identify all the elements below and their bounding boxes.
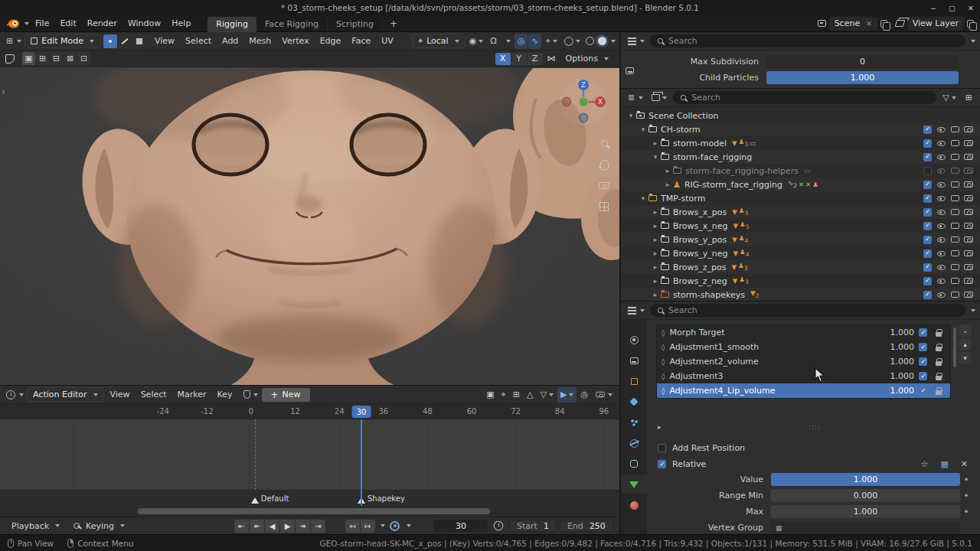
playback-menu[interactable]: Playback [6, 519, 65, 533]
properties-tab-modifiers[interactable] [621, 393, 647, 411]
outliner-row-storm-shapekeys[interactable]: ▸storm-shapekeys▼2 [621, 288, 980, 301]
relative-checkbox[interactable] [658, 460, 666, 468]
outliner-row-storm-face-rigging[interactable]: ▾storm-face_rigging [621, 150, 980, 164]
shape-key-row-adjustment3[interactable]: ◊Adjustment31.000 [657, 369, 950, 383]
scene-field[interactable]: Scene ✕ [829, 17, 877, 31]
disable-viewport-icon[interactable] [948, 249, 962, 258]
hide-eye-icon[interactable] [934, 222, 948, 230]
outliner-row-brows-z-pos[interactable]: ▸Brows_z_pos▼♟3 [621, 260, 980, 274]
snap-settings-dropdown[interactable] [501, 34, 514, 49]
selectability-checkbox[interactable] [920, 126, 934, 134]
pan-hand-icon[interactable] [596, 157, 612, 172]
collapse-icon[interactable] [971, 309, 975, 312]
disable-viewport-icon[interactable] [948, 126, 962, 134]
lock-icon[interactable] [932, 358, 946, 366]
dope-sheet-menu-select[interactable]: Select [136, 388, 172, 401]
jump-to-start-button[interactable]: ⇤ [234, 520, 249, 533]
keying-menu[interactable]: Keying [68, 519, 130, 533]
new-collection-icon[interactable]: ⊞ [962, 90, 975, 106]
animate-dot-icon[interactable]: • [960, 474, 972, 485]
lock-icon[interactable] [932, 373, 946, 380]
mode-selector[interactable]: Edit Mode [24, 34, 100, 48]
value-slider[interactable]: 1.000 [771, 473, 960, 486]
hide-eye-icon[interactable] [934, 263, 948, 272]
only-selected-filter-icon[interactable]: ▣ [483, 387, 497, 403]
disable-render-icon[interactable] [962, 167, 975, 175]
viewport-menu-mesh[interactable]: Mesh [243, 34, 276, 47]
workspace-tab-rigging[interactable]: Rigging [207, 17, 256, 32]
timeline-ruler[interactable]: 30 -24-1201224364860728496 [0, 404, 619, 419]
add-workspace-button[interactable]: + [384, 18, 403, 29]
disclosure-closed-icon[interactable]: ▸ [650, 222, 661, 230]
hide-eye-icon[interactable] [934, 181, 948, 189]
edit-blend-icon[interactable]: ▦ [937, 457, 951, 472]
scrollbar-thumb[interactable] [138, 508, 490, 514]
play-reverse-button[interactable]: ◀ [265, 520, 279, 533]
viewport-menu-face[interactable]: Face [346, 34, 376, 47]
selectability-checkbox[interactable] [920, 208, 934, 217]
timeline-scrollbar[interactable] [0, 506, 619, 517]
auto-keying-icon[interactable] [390, 521, 400, 531]
playhead[interactable] [361, 419, 362, 506]
workspace-tab-scripting[interactable]: Scripting [328, 17, 383, 32]
face-select-icon[interactable] [132, 34, 146, 48]
disclosure-closed-icon[interactable]: ▸ [662, 181, 673, 188]
disclosure-closed-icon[interactable]: ▸ [650, 291, 661, 298]
outliner-row-brows-x-pos[interactable]: ▸Brows_x_pos▼♟3 [621, 205, 980, 219]
properties-search-input[interactable]: Search [650, 304, 965, 317]
dope-sheet-menu-key[interactable]: Key [212, 388, 238, 401]
disable-render-icon[interactable] [962, 263, 975, 272]
hide-eye-icon[interactable] [934, 167, 948, 175]
next-frame-button[interactable]: ↦ [361, 520, 375, 533]
properties-tab-render[interactable] [621, 331, 647, 349]
hide-eye-icon[interactable] [934, 249, 948, 258]
disable-viewport-icon[interactable] [948, 236, 962, 244]
unlink-scene-icon[interactable]: ✕ [866, 20, 872, 28]
hide-eye-icon[interactable] [934, 236, 948, 244]
vertex-group-picker[interactable]: ▦ [771, 521, 960, 534]
dope-sheet-canvas[interactable] [0, 419, 619, 490]
disable-viewport-icon[interactable] [948, 167, 962, 175]
viewport-menu-uv[interactable]: UV [376, 34, 399, 47]
viewport-menu-select[interactable]: Select [180, 34, 217, 47]
pin-icon[interactable]: ☆ [918, 457, 932, 472]
add-rest-position-checkbox[interactable] [658, 444, 666, 452]
multi-edit-icon[interactable]: ⊞ [510, 387, 523, 403]
editor-type-icon[interactable]: ⊞ [4, 36, 24, 46]
lock-icon[interactable] [932, 387, 946, 395]
filter-icon[interactable]: ▽ [939, 90, 959, 106]
properties-tab-output[interactable] [621, 351, 647, 370]
view-overlay-dropdown[interactable] [592, 387, 616, 403]
toolbar-expand-arrow[interactable]: › [2, 86, 5, 97]
hide-eye-icon[interactable] [934, 153, 948, 161]
auto-keying-dropdown-icon[interactable] [407, 524, 411, 527]
disable-render-icon[interactable] [962, 153, 975, 161]
hide-eye-icon[interactable] [934, 291, 948, 299]
zoom-icon[interactable] [596, 135, 612, 151]
workspace-tab-face-rigging[interactable]: Face Rigging [256, 17, 328, 32]
outliner-row-brows-x-neg[interactable]: ▸Brows_x_neg▼♟5 [621, 219, 980, 233]
fake-user-shield-icon[interactable] [243, 390, 250, 399]
shape-key-row-adjustment1-smooth[interactable]: ◊Adjustment1_smooth1.000 [657, 340, 950, 354]
new-action-button[interactable]: + New [262, 388, 310, 402]
outliner-row-scene-collection[interactable]: ▾Scene Collection [621, 109, 980, 122]
outliner-row-storm-face-rigging-helpers[interactable]: ▸storm-face_rigging-helpers▭ [621, 164, 980, 178]
collapse-icon[interactable] [971, 40, 975, 43]
filter-dropdown[interactable]: ▽ [537, 387, 556, 403]
display-mode-dropdown[interactable] [648, 90, 670, 106]
hide-eye-icon[interactable] [934, 139, 948, 148]
camera-view-icon[interactable] [596, 178, 612, 193]
lock-icon[interactable] [932, 344, 946, 351]
hide-eye-icon[interactable] [934, 208, 948, 217]
disable-render-icon[interactable] [962, 291, 975, 299]
menu-file[interactable]: File [30, 17, 54, 30]
action-editor-mode-dropdown[interactable]: Action Editor [27, 387, 104, 402]
menu-window[interactable]: Window [122, 17, 166, 30]
selectability-checkbox[interactable] [920, 263, 934, 272]
disable-render-icon[interactable] [962, 236, 975, 244]
show-gizmo-dropdown[interactable]: ⌖ [542, 34, 560, 49]
disclosure-open-icon[interactable]: ▾ [650, 153, 661, 161]
disable-render-icon[interactable] [962, 139, 975, 148]
disclosure-closed-icon[interactable]: ▸ [650, 236, 661, 243]
disable-viewport-icon[interactable] [948, 291, 962, 299]
